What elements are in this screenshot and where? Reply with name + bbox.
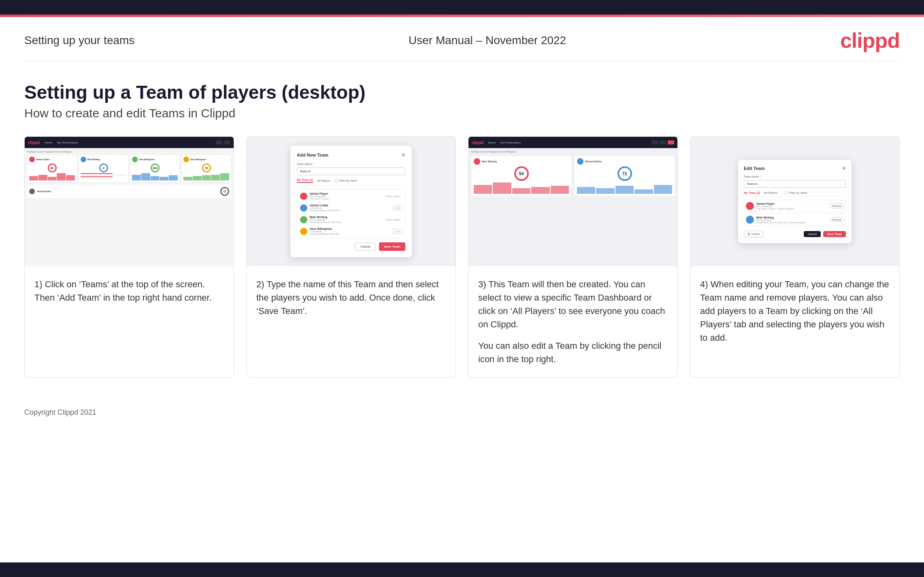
- dash-bars-3: [132, 173, 178, 180]
- dialog-player-name-3: Blair McHarg: [310, 216, 381, 218]
- card-3-description-1: 3) This Team will then be created. You c…: [478, 278, 668, 331]
- edit-dialog-input[interactable]: [744, 180, 846, 188]
- dialog-player-location-1: The Shire London: [310, 197, 381, 200]
- dialog-player-info-2: Adrian Coliba 1 Handicap Central London …: [310, 204, 390, 212]
- dialog-player-avatar-2: [300, 204, 307, 212]
- edit-delete-label: Delete: [752, 233, 760, 235]
- dash-bar: [169, 175, 178, 180]
- dash-avatar-3: [132, 157, 138, 162]
- dash-player-header-2: Blair McHarg: [81, 157, 126, 162]
- dash-score-bottom: 72: [220, 187, 229, 196]
- dash-score-4: 78: [202, 163, 211, 172]
- dash-bar: [29, 176, 38, 180]
- page-title: Setting up a Team of players (desktop): [24, 81, 900, 103]
- dash-line: [81, 175, 126, 176]
- card-2-text: 2) Type the name of this Team and then s…: [247, 266, 456, 377]
- dialog-player-row-4: Dave Billingham 5 Handicap The Ding Mapi…: [299, 226, 403, 236]
- dash2-player-top-1: Blair McHarg: [474, 158, 569, 165]
- dash2-btn-3: [668, 140, 674, 144]
- dash-btn-2: [224, 140, 230, 144]
- dash-player-name-4: Dave Billingham: [190, 158, 206, 161]
- dash2-avatar-2: [577, 158, 583, 165]
- dash-player-1: Adrian Collins 84: [27, 155, 77, 182]
- edit-filter-checkbox[interactable]: [785, 191, 788, 194]
- dashboard-mock-2: clippd Teams My Performance Finding 4 ou…: [468, 137, 677, 266]
- dash-player-name-2: Blair McHarg: [87, 158, 100, 161]
- card-3-description-2: You can also edit a Team by clicking the…: [478, 339, 668, 366]
- dash2-nav-my-perf: My Performance: [500, 141, 521, 144]
- edit-player-detail-2b: Royal North Devon Golf Club, United King…: [756, 221, 828, 224]
- dialog-player-info-4: Dave Billingham 5 Handicap The Ding Mapi…: [310, 227, 390, 235]
- edit-remove-button-1[interactable]: Remove: [830, 204, 844, 208]
- dialog-add-button-4[interactable]: Add: [393, 229, 402, 234]
- dialog-player-row-3: Blair McHarg Plus Handicap Royal North D…: [299, 214, 403, 225]
- clippd-logo: clippd: [840, 28, 900, 53]
- dialog-close-icon[interactable]: ✕: [401, 152, 405, 158]
- dash-subtitle: Finding 4 out of 4 players from All Play…: [27, 151, 231, 153]
- footer: Copyright Clippd 2021: [0, 402, 924, 423]
- dash2-nav-btns: [651, 140, 674, 144]
- dialog-team-name-input[interactable]: [297, 168, 405, 175]
- dash-bar: [151, 176, 160, 180]
- dash-player-bottom-name: Richard Butler: [37, 190, 51, 193]
- dialog-player-location-2: Central London Golf Centre: [310, 209, 390, 212]
- dash-line: [81, 173, 113, 174]
- dash-player-bottom-info: Richard Butler: [37, 190, 51, 193]
- edit-delete-button[interactable]: 🗑 Delete: [744, 231, 763, 238]
- dash-bars-4: [183, 173, 229, 180]
- dialog-tab-myteam[interactable]: My Team (2): [297, 178, 313, 183]
- dialog-tab-allplayers[interactable]: All Players: [317, 179, 330, 182]
- card-2-screenshot: Add New Team ✕ Team Name * My Team (2) A…: [247, 137, 456, 266]
- edit-dialog-tab-allplayers[interactable]: All Players: [764, 191, 777, 194]
- edit-team-dialog: Edit Team ✕ Team Name * My Team (2) All …: [738, 160, 852, 243]
- dialog-player-avatar-4: [300, 228, 307, 235]
- edit-filter: Filter by name: [785, 191, 807, 194]
- dash2-nav-teams: Teams: [488, 141, 496, 144]
- dialog-player-avatar-3: [300, 216, 307, 223]
- dash-bar: [132, 175, 141, 180]
- card-4-description: 4) When editing your Team, you can chang…: [700, 278, 890, 344]
- dash2-bar: [596, 188, 614, 194]
- edit-remove-button-2[interactable]: Remove: [830, 217, 844, 222]
- dash2-subtitle: Finding 4 out of 4 players from All Play…: [471, 151, 675, 153]
- dialog-filter-checkbox[interactable]: [334, 179, 338, 182]
- card-4-screenshot: Edit Team ✕ Team Name * My Team (2) All …: [690, 137, 899, 266]
- dash2-chart-2: [577, 182, 672, 194]
- card-2: Add New Team ✕ Team Name * My Team (2) A…: [246, 136, 456, 378]
- dash-avatar-2: [81, 157, 86, 162]
- dash2-player-top-2: Richard Butler: [577, 158, 672, 165]
- dash-player-header-4: Dave Billingham: [183, 157, 229, 162]
- dash-content-1: Finding 4 out of 4 players from All Play…: [25, 148, 234, 266]
- dialog-title-row: Add New Team ✕: [297, 152, 405, 158]
- card-4: Edit Team ✕ Team Name * My Team (2) All …: [690, 136, 900, 378]
- dialog-cancel-button[interactable]: Cancel: [355, 242, 376, 251]
- card-1-screenshot: clippd Home My Performance Finding 4 out…: [25, 137, 234, 266]
- dash2-bar: [634, 189, 653, 194]
- edit-player-avatar-2: [746, 216, 754, 224]
- dash2-score-2: 72: [617, 166, 632, 181]
- edit-dialog-title-row: Edit Team ✕: [744, 165, 846, 171]
- card-3-text: 3) This Team will then be created. You c…: [468, 266, 677, 377]
- add-team-dialog: Add New Team ✕ Team Name * My Team (2) A…: [290, 146, 412, 257]
- dash-bar: [48, 177, 57, 180]
- edit-dialog-tab-myteam[interactable]: My Team (2): [744, 191, 760, 194]
- dialog-player-added-1: Player Added: [383, 194, 402, 198]
- dash-player-4: Dave Billingham 78: [181, 155, 231, 182]
- edit-cancel-button[interactable]: Cancel: [804, 231, 821, 237]
- dialog-add-button-2[interactable]: Add: [393, 206, 402, 210]
- header-center-text: User Manual – November 2022: [409, 34, 566, 47]
- edit-player-row-1: Adrian Player Plus Handicap The Shire Lo…: [744, 200, 846, 212]
- dialog-save-button[interactable]: Save Team: [379, 242, 405, 251]
- dash-bar: [211, 175, 220, 180]
- dash2-score-1: 94: [514, 166, 529, 181]
- edit-dialog-close-icon[interactable]: ✕: [842, 165, 846, 171]
- card-4-text: 4) When editing your Team, you can chang…: [690, 266, 899, 377]
- dialog-tabs: My Team (2) All Players Filter by name: [297, 178, 405, 186]
- dash-nav-btns: [216, 140, 230, 144]
- edit-btn-row: 🗑 Delete Cancel Save Team: [744, 231, 846, 238]
- dialog-team-name-label: Team Name *: [297, 163, 405, 165]
- edit-save-button[interactable]: Save Team: [823, 231, 846, 237]
- dash-bar: [220, 173, 229, 180]
- dash2-content: Finding 4 out of 4 players from All Play…: [468, 148, 677, 266]
- dialog-player-row-2: Adrian Coliba 1 Handicap Central London …: [299, 203, 403, 213]
